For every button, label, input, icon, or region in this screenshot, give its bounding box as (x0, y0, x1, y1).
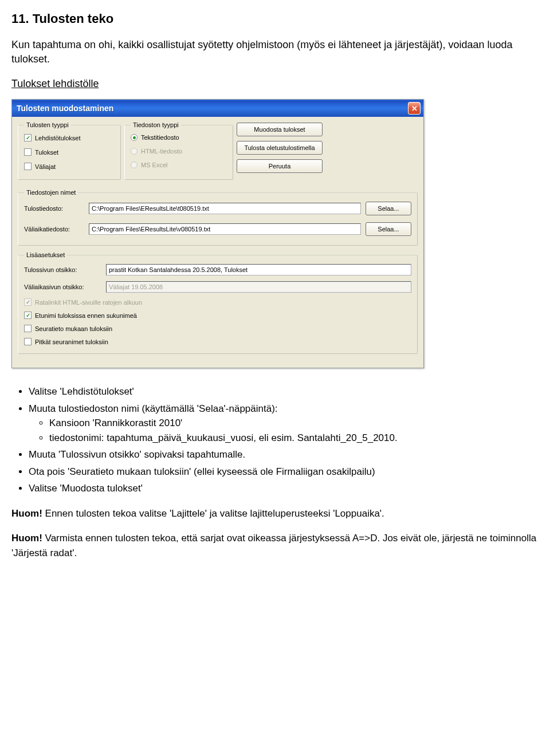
checkbox-lehdisto[interactable]: Lehdistötulokset (24, 134, 115, 141)
close-button[interactable]: ✕ (408, 102, 421, 115)
checkbox-etunimi[interactable]: Etunimi tuloksissa ennen sukunimeä (24, 312, 411, 319)
checkbox-icon (24, 325, 32, 332)
radio-icon (131, 162, 138, 168)
group-results-type: Tulosten tyyppi Lehdistötulokset Tulokse… (18, 121, 121, 180)
checkbox-icon (24, 312, 32, 319)
checkbox-tulokset[interactable]: Tulokset (24, 148, 115, 156)
checkbox-seuratieto[interactable]: Seuratieto mukaan tuloksiin (24, 325, 411, 332)
radio-tekstitiedosto[interactable]: Tekstitiedosto (131, 134, 227, 141)
print-default-button[interactable]: Tulosta oletustulostimella (237, 141, 323, 155)
dialog-title: Tulosten muodostaminen (17, 104, 408, 113)
subheading: Tulokset lehdistölle (11, 78, 539, 90)
output-file-label: Tulostiedosto: (24, 205, 84, 212)
list-item: Valitse 'Muodosta tulokset' (29, 481, 539, 496)
list-item: Ota pois 'Seuratieto mukaan tuloksiin' (… (29, 464, 539, 479)
note-1: Huom! Ennen tulosten tekoa valitse 'Laji… (11, 506, 539, 521)
group-filenames-legend: Tiedostojen nimet (24, 189, 78, 196)
result-page-title-input[interactable] (106, 264, 411, 275)
group-file-type-legend: Tiedoston tyyppi (131, 121, 181, 128)
list-item: Valitse 'Lehdistötulokset' (29, 384, 539, 399)
list-item: Muuta tulostiedoston nimi (käyttämällä '… (29, 401, 539, 446)
checkbox-valiajat[interactable]: Väliajat (24, 163, 115, 170)
close-icon: ✕ (411, 104, 418, 113)
list-item: Muuta 'Tulossivun otsikko' sopivaksi tap… (29, 447, 539, 462)
checkbox-icon (24, 163, 32, 170)
radio-icon (131, 134, 138, 141)
checkbox-icon (24, 134, 32, 141)
split-page-title-input (106, 281, 411, 293)
checkbox-icon (24, 338, 32, 345)
checkbox-icon (24, 298, 32, 306)
result-page-title-label: Tulossivun otsikko: (24, 266, 101, 273)
radio-html: HTML-tiedosto (131, 148, 227, 155)
group-additional-legend: Lisäasetukset (24, 251, 67, 258)
list-item: Kansioon 'Rannikkorastit 2010' (49, 416, 539, 431)
split-file-label: Väliaikatiedosto: (24, 226, 84, 233)
results-dialog: Tulosten muodostaminen ✕ Tulosten tyyppi… (11, 99, 424, 368)
note-2: Huom! Varmista ennen tulosten tekoa, ett… (11, 531, 539, 560)
checkbox-ratalinkit: Ratalinkit HTML-sivuille ratojen alkuun (24, 298, 411, 306)
intro-text: Kun tapahtuma on ohi, kaikki osallistuja… (11, 38, 539, 66)
split-file-input[interactable] (89, 223, 361, 235)
browse-output-button[interactable]: Selaa... (366, 202, 411, 215)
group-results-type-legend: Tulosten tyyppi (24, 121, 71, 128)
radio-icon (131, 148, 138, 155)
group-filenames: Tiedostojen nimet Tulostiedosto: Selaa..… (18, 189, 418, 246)
group-additional: Lisäasetukset Tulossivun otsikko: Väliai… (18, 251, 418, 354)
page-heading: 11. Tulosten teko (11, 11, 539, 26)
checkbox-icon (24, 148, 32, 156)
make-results-button[interactable]: Muodosta tulokset (237, 123, 323, 136)
browse-split-button[interactable]: Selaa... (366, 222, 411, 236)
instruction-list: Valitse 'Lehdistötulokset' Muuta tulosti… (29, 384, 539, 496)
group-file-type: Tiedoston tyyppi Tekstitiedosto HTML-tie… (124, 121, 233, 180)
list-item: tiedostonimi: tapahtuma_päivä_kuukausi_v… (49, 431, 539, 446)
split-page-title-label: Väliaikasivun otsikko: (24, 284, 101, 290)
checkbox-pitkat[interactable]: Pitkät seuranimet tuloksiin (24, 338, 411, 345)
dialog-titlebar: Tulosten muodostaminen ✕ (12, 100, 423, 117)
radio-excel: MS Excel (131, 162, 227, 168)
cancel-button[interactable]: Peruuta (237, 159, 323, 173)
output-file-input[interactable] (89, 203, 361, 214)
